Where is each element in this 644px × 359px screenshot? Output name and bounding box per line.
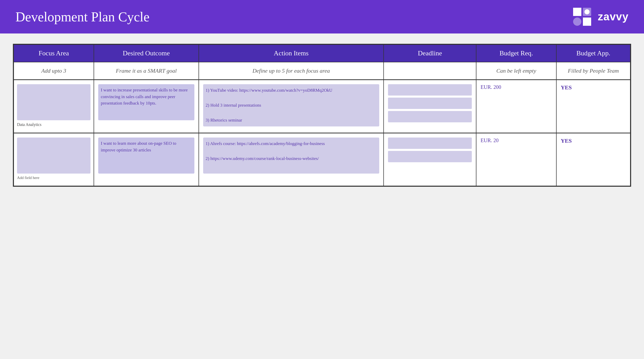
col-desired-outcome: Desired Outcome <box>94 45 199 62</box>
deadline-blocks-1 <box>388 84 472 122</box>
hint-focus: Add upto 3 <box>14 62 94 80</box>
deadline-block-1a <box>388 84 472 96</box>
svg-rect-0 <box>573 8 581 16</box>
table-header-row: Focus Area Desired Outcome Action Items … <box>14 45 630 62</box>
desired-cell-1: I want to increase presentational skills… <box>94 80 199 133</box>
desired-lavender-1: I want to increase presentational skills… <box>98 84 194 120</box>
hint-action: Define up to 5 for each focus area <box>199 62 384 80</box>
deadline-cell-2 <box>384 133 476 186</box>
page-title: Development Plan Cycle <box>15 9 150 24</box>
col-deadline: Deadline <box>384 45 476 62</box>
desired-cell-2: I want to learn more about on-page SEO t… <box>94 133 199 186</box>
action-lavender-1: 1) YouTube video: https://www.youtube.co… <box>203 84 379 126</box>
focus-label-2: Add field here <box>17 176 90 180</box>
focus-cell-1: Data Analytics <box>14 80 94 133</box>
deadline-block-1c <box>388 111 472 122</box>
deadline-cell-1 <box>384 80 476 133</box>
focus-lavender-2 <box>17 138 90 174</box>
svg-point-2 <box>584 9 590 14</box>
hint-budget-app: Filled by People Team <box>556 62 630 80</box>
col-action-items: Action Items <box>199 45 384 62</box>
table-wrapper: Focus Area Desired Outcome Action Items … <box>13 44 631 187</box>
hint-row: Add upto 3 Frame it as a SMART goal Defi… <box>14 62 630 80</box>
table-row: Data Analytics I want to increase presen… <box>14 80 630 133</box>
logo-area: zavvy <box>573 8 629 26</box>
focus-cell-2: Add field here <box>14 133 94 186</box>
main-content: Focus Area Desired Outcome Action Items … <box>0 33 644 359</box>
svg-rect-4 <box>583 18 591 26</box>
budget-req-cell-2: EUR. 20 <box>476 133 556 186</box>
desired-lavender-2: I want to learn more about on-page SEO t… <box>98 138 194 174</box>
col-budget-app: Budget App. <box>556 45 630 62</box>
deadline-block-2b <box>388 151 472 162</box>
deadline-blocks-2 <box>388 138 472 162</box>
zavvy-logo-icon <box>573 8 594 26</box>
focus-label-1: Data Analytics <box>17 122 90 127</box>
logo-text: zavvy <box>598 11 629 23</box>
col-focus-area: Focus Area <box>14 45 94 62</box>
action-cell-2: 1) Ahrefs course: https://ahrefs.com/aca… <box>199 133 384 186</box>
svg-rect-3 <box>573 18 581 26</box>
budget-req-cell-1: EUR. 200 <box>476 80 556 133</box>
action-lavender-2: 1) Ahrefs course: https://ahrefs.com/aca… <box>203 138 379 174</box>
hint-deadline <box>384 62 476 80</box>
focus-lavender-1 <box>17 84 90 120</box>
budget-app-cell-1: YES <box>556 80 630 133</box>
deadline-block-1b <box>388 98 472 109</box>
hint-desired: Frame it as a SMART goal <box>94 62 199 80</box>
development-plan-table: Focus Area Desired Outcome Action Items … <box>13 44 631 186</box>
action-cell-1: 1) YouTube video: https://www.youtube.co… <box>199 80 384 133</box>
col-budget-req: Budget Req. <box>476 45 556 62</box>
deadline-block-2a <box>388 138 472 149</box>
table-row: Add field here I want to learn more abou… <box>14 133 630 186</box>
page-header: Development Plan Cycle zavvy <box>0 0 644 33</box>
hint-budget-req: Can be left empty <box>476 62 556 80</box>
budget-app-cell-2: YES <box>556 133 630 186</box>
